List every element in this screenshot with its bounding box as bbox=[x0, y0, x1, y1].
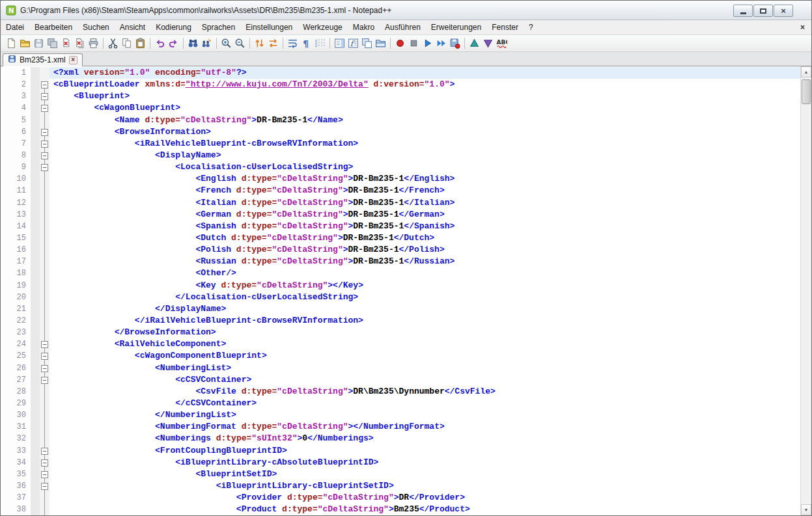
zoom-out-button[interactable] bbox=[233, 36, 247, 50]
line-number[interactable]: 4 bbox=[1, 102, 31, 114]
bookmark-margin[interactable] bbox=[31, 480, 40, 492]
spell-check-button[interactable]: ABC bbox=[495, 36, 509, 50]
word-wrap-button[interactable] bbox=[286, 36, 300, 50]
line-number[interactable]: 12 bbox=[1, 197, 31, 209]
line-number[interactable]: 28 bbox=[1, 386, 31, 398]
bookmark-margin[interactable] bbox=[31, 445, 40, 457]
fold-collapse-marker[interactable]: − bbox=[40, 138, 49, 150]
menubar-close-button[interactable]: × bbox=[794, 20, 811, 34]
code-text[interactable]: <cWagonBlueprint> bbox=[49, 102, 800, 114]
fold-collapse-marker[interactable]: − bbox=[40, 480, 49, 492]
line-number[interactable]: 24 bbox=[1, 338, 31, 350]
fold-minus-icon[interactable]: − bbox=[41, 93, 48, 100]
fold-minus-icon[interactable]: − bbox=[41, 129, 48, 136]
bookmark-margin[interactable] bbox=[31, 492, 40, 504]
code-text[interactable]: <Provider d:type="cDeltaString">DR</Prov… bbox=[49, 492, 800, 504]
code-text[interactable]: <cWagonComponentBlueprint> bbox=[49, 350, 800, 362]
line-number[interactable]: 15 bbox=[1, 232, 31, 244]
paste-button[interactable] bbox=[133, 36, 147, 50]
fold-minus-icon[interactable]: − bbox=[41, 365, 48, 372]
undo-button[interactable] bbox=[153, 36, 167, 50]
fold-collapse-marker[interactable]: − bbox=[40, 445, 49, 457]
menu-item-fenster[interactable]: Fenster bbox=[486, 20, 524, 34]
bookmark-margin[interactable] bbox=[31, 374, 40, 386]
menu-item-ansicht[interactable]: Ansicht bbox=[115, 20, 150, 34]
close-button[interactable]: × bbox=[774, 5, 793, 17]
fold-collapse-marker[interactable]: − bbox=[40, 79, 49, 90]
code-text[interactable]: <RailVehicleComponent> bbox=[49, 338, 800, 350]
code-text[interactable]: <Spanish d:type="cDeltaString">DR-Bm235-… bbox=[49, 221, 800, 232]
code-text[interactable]: <Russian d:type="cDeltaString">DR-Bm235-… bbox=[49, 256, 800, 267]
bookmark-margin[interactable] bbox=[31, 138, 40, 150]
bookmark-margin[interactable] bbox=[31, 232, 40, 244]
menu-item-sprachen[interactable]: Sprachen bbox=[197, 20, 240, 34]
fold-minus-icon[interactable]: − bbox=[41, 141, 48, 148]
line-number[interactable]: 13 bbox=[1, 209, 31, 221]
line-number[interactable]: 32 bbox=[1, 433, 31, 444]
line-number[interactable]: 6 bbox=[1, 126, 31, 138]
code-text[interactable]: </BrowseInformation> bbox=[49, 327, 800, 338]
bookmark-margin[interactable] bbox=[31, 67, 40, 79]
bookmark-margin[interactable] bbox=[31, 362, 40, 374]
code-text[interactable]: <cCSVContainer> bbox=[49, 374, 800, 386]
code-text[interactable]: <iRailVehicleBlueprint-cBrowseRVInformat… bbox=[49, 138, 800, 150]
line-number[interactable]: 36 bbox=[1, 480, 31, 492]
bookmark-margin[interactable] bbox=[31, 173, 40, 185]
code-text[interactable]: <French d:type="cDeltaString">DR-Bm235-1… bbox=[49, 185, 800, 197]
line-number[interactable]: 2 bbox=[1, 79, 31, 90]
line-number[interactable]: 8 bbox=[1, 150, 31, 161]
show-all-characters-button[interactable]: ¶ bbox=[300, 36, 313, 50]
bookmark-margin[interactable] bbox=[31, 102, 40, 114]
fold-collapse-marker[interactable]: − bbox=[40, 90, 49, 102]
maximize-button[interactable] bbox=[753, 5, 773, 17]
line-number[interactable]: 17 bbox=[1, 256, 31, 267]
bookmark-margin[interactable] bbox=[31, 79, 40, 90]
code-text[interactable]: <FrontCouplingBlueprintID> bbox=[49, 445, 800, 457]
scrollbar-track[interactable] bbox=[801, 77, 811, 504]
menu-item-erweiterungen[interactable]: Erweiterungen bbox=[426, 20, 486, 34]
fold-collapse-marker[interactable]: − bbox=[40, 468, 49, 480]
save-button[interactable] bbox=[32, 36, 46, 50]
bookmark-margin[interactable] bbox=[31, 90, 40, 102]
code-text[interactable]: <Italian d:type="cDeltaString">DR-Bm235-… bbox=[49, 197, 800, 209]
doc-map-button[interactable] bbox=[333, 36, 346, 50]
bookmark-margin[interactable] bbox=[31, 457, 40, 468]
code-text[interactable]: </iRailVehicleBlueprint-cBrowseRVInforma… bbox=[49, 315, 800, 327]
code-text[interactable]: <Name d:type="cDeltaString">DR-Bm235-1</… bbox=[49, 115, 800, 126]
macro-save-button[interactable] bbox=[448, 36, 462, 50]
scroll-down-button[interactable]: ▼ bbox=[801, 504, 811, 515]
tab-close-button[interactable]: × bbox=[69, 56, 77, 64]
code-text[interactable]: </Localisation-cUserLocalisedString> bbox=[49, 292, 800, 303]
code-text[interactable]: <Localisation-cUserLocalisedString> bbox=[49, 161, 800, 173]
code-text[interactable]: <iBlueprintLibrary-cBlueprintSetID> bbox=[49, 480, 800, 492]
bookmark-margin[interactable] bbox=[31, 303, 40, 315]
vertical-scrollbar[interactable]: ▲ ▼ bbox=[800, 66, 811, 515]
replace-button[interactable] bbox=[200, 36, 214, 50]
bookmark-margin[interactable] bbox=[31, 126, 40, 138]
line-number[interactable]: 18 bbox=[1, 267, 31, 279]
save-all-button[interactable] bbox=[46, 36, 59, 50]
fold-collapse-marker[interactable]: − bbox=[40, 457, 49, 468]
fold-collapse-marker[interactable]: − bbox=[40, 374, 49, 386]
bookmark-margin[interactable] bbox=[31, 115, 40, 126]
fold-minus-icon[interactable]: − bbox=[41, 471, 48, 478]
code-text[interactable]: <BlueprintSetID> bbox=[49, 468, 800, 480]
line-number[interactable]: 37 bbox=[1, 492, 31, 504]
fold-minus-icon[interactable]: − bbox=[41, 483, 48, 490]
tab-bm235-1-xml[interactable]: Bm235-1.xml × bbox=[3, 53, 83, 66]
fold-minus-icon[interactable]: − bbox=[41, 105, 48, 112]
cut-button[interactable] bbox=[106, 36, 120, 50]
code-text[interactable]: <BrowseInformation> bbox=[49, 126, 800, 138]
menu-item-kodierung[interactable]: Kodierung bbox=[150, 20, 197, 34]
fold-minus-icon[interactable]: − bbox=[41, 81, 48, 88]
bookmark-margin[interactable] bbox=[31, 185, 40, 197]
bookmark-margin[interactable] bbox=[31, 433, 40, 444]
bookmark-margin[interactable] bbox=[31, 161, 40, 173]
bookmark-margin[interactable] bbox=[31, 244, 40, 256]
fold-minus-icon[interactable]: − bbox=[41, 353, 48, 360]
code-text[interactable]: <NumberingFormat d:type="cDeltaString"><… bbox=[49, 421, 800, 433]
line-number[interactable]: 27 bbox=[1, 374, 31, 386]
fold-minus-icon[interactable]: − bbox=[41, 341, 48, 348]
code-text[interactable]: <DisplayName> bbox=[49, 150, 800, 161]
close-file-button[interactable] bbox=[59, 36, 73, 50]
